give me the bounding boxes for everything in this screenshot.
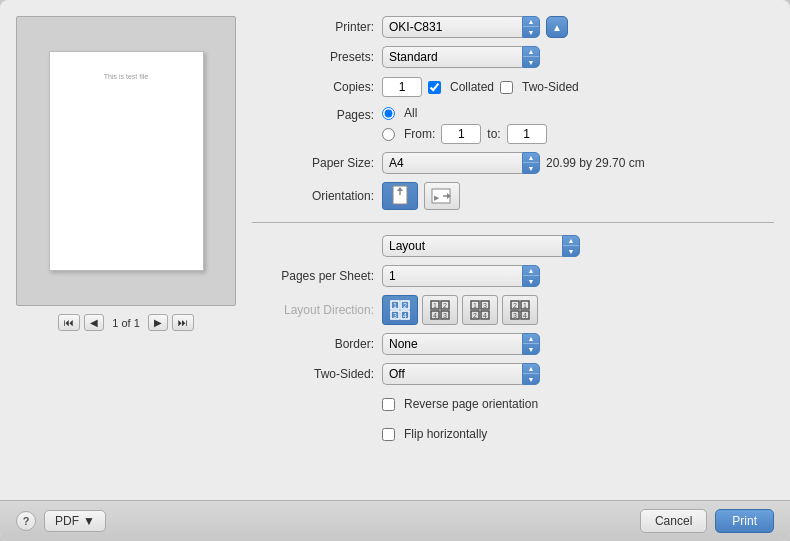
paper-size-select[interactable]: A4 Letter Legal bbox=[382, 152, 522, 174]
paper-size-stepper: ▲ ▼ bbox=[522, 152, 540, 174]
pdf-arrow-icon: ▼ bbox=[83, 514, 95, 528]
presets-row: Presets: Standard ▲ ▼ bbox=[252, 46, 774, 68]
layout-section-row: Layout Color Matching Paper Handling Cov… bbox=[252, 235, 774, 257]
paper-size-stepper-up[interactable]: ▲ bbox=[523, 153, 539, 163]
svg-text:1: 1 bbox=[473, 302, 477, 309]
pdf-label: PDF bbox=[55, 514, 79, 528]
layout-dir-z-button[interactable]: 1 2 3 4 bbox=[382, 295, 418, 325]
border-select[interactable]: None Single Hairline Single Thin Line Do… bbox=[382, 333, 522, 355]
preview-panel: This is test file ⏮ ◀ 1 of 1 ▶ ⏭ bbox=[16, 16, 236, 492]
print-button[interactable]: Print bbox=[715, 509, 774, 533]
svg-text:1: 1 bbox=[433, 302, 437, 309]
svg-text:3: 3 bbox=[443, 312, 447, 319]
pages-to-input[interactable] bbox=[507, 124, 547, 144]
layout-dir-u-icon: 1 2 3 4 bbox=[510, 300, 530, 320]
pages-from-input[interactable] bbox=[441, 124, 481, 144]
printer-stepper-up[interactable]: ▲ bbox=[523, 17, 539, 27]
svg-text:2: 2 bbox=[443, 302, 447, 309]
layout-select[interactable]: Layout Color Matching Paper Handling Cov… bbox=[382, 235, 562, 257]
layout-dir-u-button[interactable]: 1 2 3 4 bbox=[502, 295, 538, 325]
layout-stepper-down[interactable]: ▼ bbox=[563, 246, 579, 256]
pdf-button[interactable]: PDF ▼ bbox=[44, 510, 106, 532]
copies-input[interactable] bbox=[382, 77, 422, 97]
layout-direction-row: Layout Direction: 1 2 3 4 bbox=[252, 295, 774, 325]
svg-text:3: 3 bbox=[513, 312, 517, 319]
printer-stepper-down[interactable]: ▼ bbox=[523, 27, 539, 37]
layout-dir-n-button[interactable]: 1 2 3 4 bbox=[462, 295, 498, 325]
border-stepper-down[interactable]: ▼ bbox=[523, 344, 539, 354]
bottom-right: Cancel Print bbox=[640, 509, 774, 533]
paper-size-label: Paper Size: bbox=[252, 156, 382, 170]
reverse-orientation-checkbox[interactable] bbox=[382, 398, 395, 411]
svg-text:4: 4 bbox=[523, 312, 527, 319]
pages-all-radio[interactable] bbox=[382, 107, 395, 120]
pages-from-radio[interactable] bbox=[382, 128, 395, 141]
svg-text:4: 4 bbox=[433, 312, 437, 319]
paper-size-stepper-down[interactable]: ▼ bbox=[523, 163, 539, 173]
presets-label: Presets: bbox=[252, 50, 382, 64]
flip-horizontal-label: Flip horizontally bbox=[404, 427, 487, 441]
two-sided-row-label: Two-Sided: bbox=[252, 367, 382, 381]
svg-text:3: 3 bbox=[483, 302, 487, 309]
layout-dir-s-button[interactable]: 1 2 3 4 bbox=[422, 295, 458, 325]
prev-page-button[interactable]: ◀ bbox=[84, 314, 104, 331]
two-sided-stepper: ▲ ▼ bbox=[522, 363, 540, 385]
reverse-orientation-label: Reverse page orientation bbox=[404, 397, 538, 411]
layout-dir-s-icon: 1 2 3 4 bbox=[430, 300, 450, 320]
two-sided-select-wrapper: Off Long-Edge binding Short-Edge binding… bbox=[382, 363, 540, 385]
last-page-button[interactable]: ⏭ bbox=[172, 314, 194, 331]
help-button[interactable]: ? bbox=[16, 511, 36, 531]
portrait-button[interactable] bbox=[382, 182, 418, 210]
bottom-left: ? PDF ▼ bbox=[16, 510, 106, 532]
border-stepper: ▲ ▼ bbox=[522, 333, 540, 355]
landscape-icon: ▶ bbox=[431, 187, 453, 205]
pages-per-sheet-stepper-up[interactable]: ▲ bbox=[523, 266, 539, 276]
svg-text:3: 3 bbox=[393, 312, 397, 319]
svg-text:2: 2 bbox=[513, 302, 517, 309]
layout-stepper-up[interactable]: ▲ bbox=[563, 236, 579, 246]
printer-row: Printer: OKI-C831 ▲ ▼ ▲ bbox=[252, 16, 774, 38]
portrait-icon bbox=[391, 185, 409, 207]
pages-to-label: to: bbox=[487, 127, 500, 141]
border-stepper-up[interactable]: ▲ bbox=[523, 334, 539, 344]
presets-stepper-up[interactable]: ▲ bbox=[523, 47, 539, 57]
landscape-button[interactable]: ▶ bbox=[424, 182, 460, 210]
two-sided-select[interactable]: Off Long-Edge binding Short-Edge binding bbox=[382, 363, 522, 385]
layout-direction-label: Layout Direction: bbox=[252, 303, 382, 317]
svg-text:4: 4 bbox=[483, 312, 487, 319]
paper-dimensions: 20.99 by 29.70 cm bbox=[546, 156, 645, 170]
presets-stepper-down[interactable]: ▼ bbox=[523, 57, 539, 67]
two-sided-stepper-up[interactable]: ▲ bbox=[523, 364, 539, 374]
next-page-button[interactable]: ▶ bbox=[148, 314, 168, 331]
printer-stepper: ▲ ▼ bbox=[522, 16, 540, 38]
printer-arrow-button[interactable]: ▲ bbox=[546, 16, 568, 38]
border-row: Border: None Single Hairline Single Thin… bbox=[252, 333, 774, 355]
page-navigation: ⏮ ◀ 1 of 1 ▶ ⏭ bbox=[58, 314, 194, 331]
presets-select-wrapper: Standard ▲ ▼ bbox=[382, 46, 540, 68]
collated-label: Collated bbox=[450, 80, 494, 94]
collated-checkbox[interactable] bbox=[428, 81, 441, 94]
two-sided-checkbox[interactable] bbox=[500, 81, 513, 94]
svg-text:1: 1 bbox=[523, 302, 527, 309]
pages-per-sheet-row: Pages per Sheet: 1 2 4 6 9 16 ▲ bbox=[252, 265, 774, 287]
settings-panel: Printer: OKI-C831 ▲ ▼ ▲ Pr bbox=[252, 16, 774, 492]
copies-row: Copies: Collated Two-Sided bbox=[252, 76, 774, 98]
layout-dir-z-icon: 1 2 3 4 bbox=[390, 300, 410, 320]
svg-text:2: 2 bbox=[403, 302, 407, 309]
printer-select[interactable]: OKI-C831 bbox=[382, 16, 522, 38]
flip-horizontal-row: Flip horizontally bbox=[252, 423, 774, 445]
pages-per-sheet-stepper: ▲ ▼ bbox=[522, 265, 540, 287]
bottom-bar: ? PDF ▼ Cancel Print bbox=[0, 500, 790, 541]
pages-row: Pages: All From: to: bbox=[252, 106, 774, 144]
reverse-orientation-row: Reverse page orientation bbox=[252, 393, 774, 415]
pages-per-sheet-stepper-down[interactable]: ▼ bbox=[523, 276, 539, 286]
presets-select[interactable]: Standard bbox=[382, 46, 522, 68]
border-select-wrapper: None Single Hairline Single Thin Line Do… bbox=[382, 333, 540, 355]
pages-from-label: From: bbox=[404, 127, 435, 141]
flip-horizontal-checkbox[interactable] bbox=[382, 428, 395, 441]
pages-controls: All From: to: bbox=[382, 106, 547, 144]
pages-per-sheet-select[interactable]: 1 2 4 6 9 16 bbox=[382, 265, 522, 287]
cancel-button[interactable]: Cancel bbox=[640, 509, 707, 533]
first-page-button[interactable]: ⏮ bbox=[58, 314, 80, 331]
two-sided-stepper-down[interactable]: ▼ bbox=[523, 374, 539, 384]
